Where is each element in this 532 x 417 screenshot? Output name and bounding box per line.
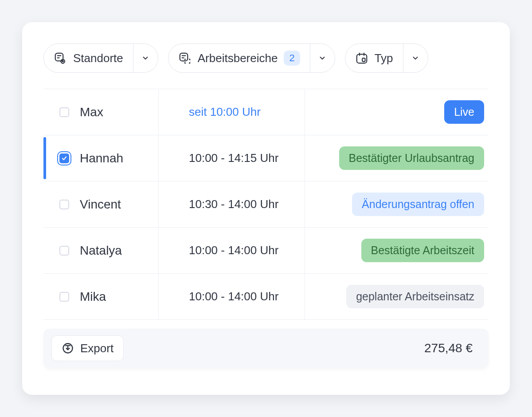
- svg-rect-4: [362, 58, 365, 62]
- cell-time: 10:30 - 14:00 Uhr: [159, 181, 305, 227]
- status-badge: Live: [444, 100, 484, 124]
- row-checkbox[interactable]: [59, 153, 69, 163]
- svg-rect-2: [180, 53, 188, 61]
- cell-time: 10:00 - 14:15 Uhr: [159, 135, 305, 181]
- status-badge: geplanter Arbeitseinsatz: [346, 285, 484, 308]
- filter-type[interactable]: Typ: [345, 43, 428, 73]
- chevron-down-icon: [411, 54, 419, 62]
- chevron-down-icon: [318, 54, 326, 62]
- table-row[interactable]: Vincent10:30 - 14:00 UhrÄnderungsantrag …: [43, 181, 489, 228]
- svg-point-1: [62, 61, 63, 62]
- row-checkbox[interactable]: [59, 292, 69, 302]
- filter-areas-label: Arbeitsbereiche: [198, 51, 278, 65]
- table-row[interactable]: Natalya10:00 - 14:00 UhrBestätigte Arbei…: [43, 228, 489, 274]
- status-badge: Änderungsantrag offen: [352, 193, 484, 216]
- row-name: Mika: [80, 290, 106, 304]
- row-name: Natalya: [80, 244, 122, 258]
- filter-areas-badge: 2: [284, 51, 300, 66]
- row-checkbox[interactable]: [59, 200, 69, 209]
- cell-name: Vincent: [43, 181, 159, 227]
- cell-name: Hannah: [43, 135, 159, 181]
- row-checkbox[interactable]: [59, 246, 69, 256]
- cell-status: Live: [305, 100, 489, 124]
- list-location-icon: [54, 51, 67, 65]
- status-badge: Bestätigter Urlaubsantrag: [339, 146, 484, 170]
- cell-status: Änderungsantrag offen: [305, 193, 489, 216]
- export-button[interactable]: Export: [51, 335, 124, 361]
- cell-status: geplanter Arbeitseinsatz: [305, 285, 489, 308]
- export-label: Export: [80, 342, 113, 355]
- table-row[interactable]: Hannah10:00 - 14:15 UhrBestätigter Urlau…: [43, 135, 489, 181]
- filter-locations-label: Standorte: [73, 51, 123, 65]
- row-checkbox[interactable]: [59, 107, 69, 117]
- cell-name: Max: [43, 89, 159, 135]
- cell-time: 10:00 - 14:00 Uhr: [159, 274, 305, 319]
- worktime-table: Maxseit 10:00 UhrLiveHannah10:00 - 14:15…: [43, 89, 489, 320]
- chevron-down-icon: [141, 54, 149, 62]
- worktime-card: Standorte Arbeitsbereiche 2: [22, 22, 510, 395]
- cell-time: 10:00 - 14:00 Uhr: [159, 228, 305, 273]
- filter-bar: Standorte Arbeitsbereiche 2: [43, 43, 489, 73]
- cell-status: Bestätigter Urlaubsantrag: [305, 146, 489, 170]
- row-name: Max: [80, 105, 103, 119]
- cell-name: Mika: [43, 274, 159, 319]
- filter-locations-caret[interactable]: [133, 44, 158, 72]
- table-row[interactable]: Maxseit 10:00 UhrLive: [43, 89, 489, 135]
- filter-type-label: Typ: [375, 51, 393, 65]
- row-name: Hannah: [80, 151, 123, 165]
- cell-name: Natalya: [43, 228, 159, 273]
- filter-areas[interactable]: Arbeitsbereiche 2: [168, 43, 335, 73]
- filter-locations[interactable]: Standorte: [43, 43, 158, 73]
- table-row[interactable]: Mika10:00 - 14:00 Uhrgeplanter Arbeitsei…: [43, 274, 489, 320]
- filter-type-caret[interactable]: [403, 44, 428, 72]
- calendar-icon: [355, 51, 368, 65]
- list-scan-icon: [178, 51, 192, 65]
- status-badge: Bestätigte Arbeitszeit: [361, 239, 484, 262]
- cell-status: Bestätigte Arbeitszeit: [305, 239, 489, 262]
- download-circle-icon: [62, 342, 74, 354]
- row-name: Vincent: [80, 197, 121, 212]
- footer-bar: Export 275,48 €: [43, 329, 489, 368]
- cell-time: seit 10:00 Uhr: [159, 89, 305, 135]
- footer-total: 275,48 €: [424, 341, 473, 355]
- filter-areas-caret[interactable]: [310, 44, 335, 72]
